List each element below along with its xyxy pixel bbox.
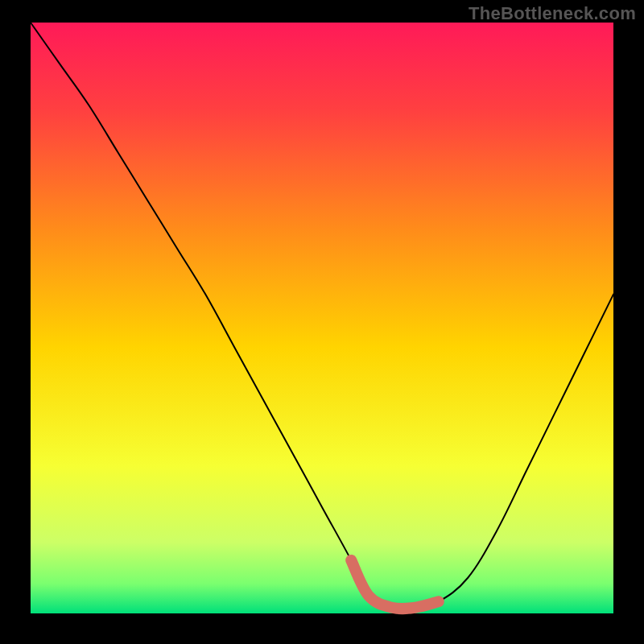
bottleneck-chart: [0, 0, 644, 644]
chart-plot-area: [31, 23, 613, 613]
attribution-label: TheBottleneck.com: [469, 3, 636, 24]
